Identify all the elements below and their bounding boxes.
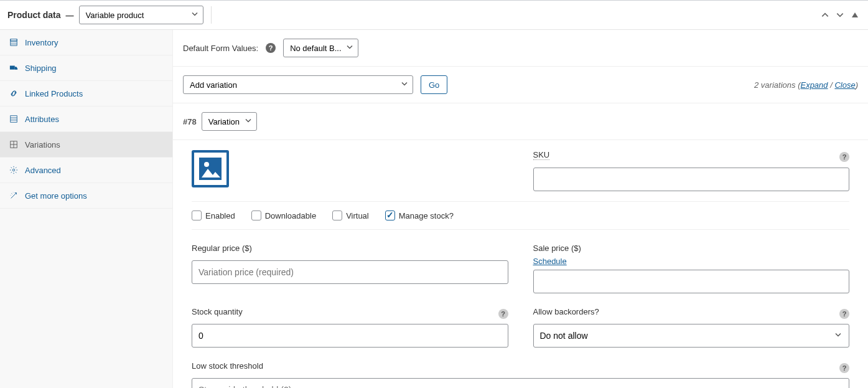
help-icon[interactable]: ? — [498, 309, 508, 319]
shipping-icon — [9, 63, 19, 73]
stock-qty-input[interactable] — [192, 324, 508, 348]
sidebar-item-linked[interactable]: Linked Products — [0, 81, 172, 106]
bulk-action-select[interactable]: Add variation — [183, 75, 413, 94]
stock-qty-label: Stock quantity — [192, 307, 243, 316]
help-icon[interactable]: ? — [839, 152, 849, 162]
variation-id: #78 — [183, 117, 197, 126]
panel-title: Product data — [7, 10, 61, 20]
low-stock-label: Low stock threshold — [192, 361, 263, 371]
sidebar: Inventory Shipping Linked Products Attri… — [0, 30, 173, 388]
sku-input[interactable] — [533, 168, 850, 191]
go-button[interactable]: Go — [421, 75, 447, 94]
sidebar-label: Attributes — [25, 115, 59, 124]
panel-toggle-icon[interactable] — [849, 9, 861, 21]
variations-icon — [9, 140, 19, 149]
sidebar-item-more[interactable]: Get more options — [0, 183, 172, 209]
backorders-select[interactable]: Do not allow — [533, 324, 850, 348]
sale-price-input[interactable] — [533, 270, 850, 293]
sidebar-item-variations[interactable]: Variations — [0, 132, 172, 158]
downloadable-checkbox[interactable]: Downloadable — [251, 211, 316, 220]
sidebar-item-advanced[interactable]: Advanced — [0, 158, 172, 183]
regular-price-input[interactable] — [192, 260, 508, 284]
schedule-link[interactable]: Schedule — [533, 257, 567, 266]
regular-price-label: Regular price ($) — [192, 244, 252, 253]
variation-attribute-select[interactable]: Variation — [202, 112, 257, 131]
variation-checkboxes: Enabled Downloadable Virtual Manage stoc… — [192, 201, 849, 230]
inventory-icon — [9, 37, 19, 47]
default-form-select[interactable]: No default B... — [283, 39, 358, 57]
enabled-checkbox[interactable]: Enabled — [192, 211, 235, 220]
virtual-input[interactable] — [332, 211, 342, 220]
sale-price-label: Sale price ($) — [533, 244, 581, 253]
panel-down-icon[interactable] — [834, 9, 846, 21]
sidebar-label: Advanced — [25, 166, 61, 175]
panel-up-icon[interactable] — [819, 9, 831, 21]
downloadable-input[interactable] — [251, 211, 261, 220]
manage-stock-input[interactable] — [385, 211, 395, 220]
help-icon[interactable]: ? — [839, 309, 849, 319]
sidebar-item-shipping[interactable]: Shipping — [0, 55, 172, 81]
close-link[interactable]: Close — [834, 80, 855, 90]
sidebar-label: Shipping — [25, 64, 57, 73]
backorders-label: Allow backorders? — [533, 307, 599, 316]
svg-rect-0 — [10, 66, 15, 70]
variation-image-placeholder[interactable] — [192, 150, 229, 187]
default-form-row: Default Form Values: ? No default B... — [173, 30, 868, 67]
variation-body: SKU ? Enabled Downloadable — [173, 140, 868, 388]
default-form-label: Default Form Values: — [183, 44, 258, 53]
svg-rect-1 — [11, 116, 17, 123]
attributes-icon — [9, 114, 19, 124]
sku-label: SKU — [533, 150, 550, 160]
bulk-action-row: Add variation Go 2 variations (Expand / … — [173, 67, 868, 103]
sidebar-label: Inventory — [25, 38, 58, 47]
header-divider — [211, 6, 212, 24]
svg-point-3 — [12, 169, 15, 171]
panel-header: Product data — Variable product — [0, 1, 868, 30]
variation-header[interactable]: #78 Variation — [173, 103, 868, 140]
expand-link[interactable]: Expand — [800, 80, 828, 90]
product-type-select[interactable]: Variable product — [79, 6, 203, 24]
low-stock-input[interactable] — [192, 378, 849, 388]
enabled-input[interactable] — [192, 211, 202, 220]
content-area: Default Form Values: ? No default B... A… — [173, 30, 868, 388]
help-icon[interactable]: ? — [266, 43, 276, 53]
sidebar-label: Linked Products — [25, 89, 83, 98]
sidebar-label: Variations — [25, 140, 60, 149]
link-icon — [9, 88, 19, 98]
variation-count: 2 variations (Expand / Close) — [754, 80, 858, 90]
title-dash: — — [66, 11, 74, 20]
gear-icon — [9, 165, 19, 175]
sidebar-label: Get more options — [25, 191, 87, 201]
wand-icon — [9, 191, 19, 201]
manage-stock-checkbox[interactable]: Manage stock? — [385, 211, 454, 220]
virtual-checkbox[interactable]: Virtual — [332, 211, 369, 220]
sidebar-item-inventory[interactable]: Inventory — [0, 30, 172, 55]
svg-point-5 — [204, 162, 209, 167]
sidebar-item-attributes[interactable]: Attributes — [0, 106, 172, 132]
help-icon[interactable]: ? — [839, 363, 849, 373]
